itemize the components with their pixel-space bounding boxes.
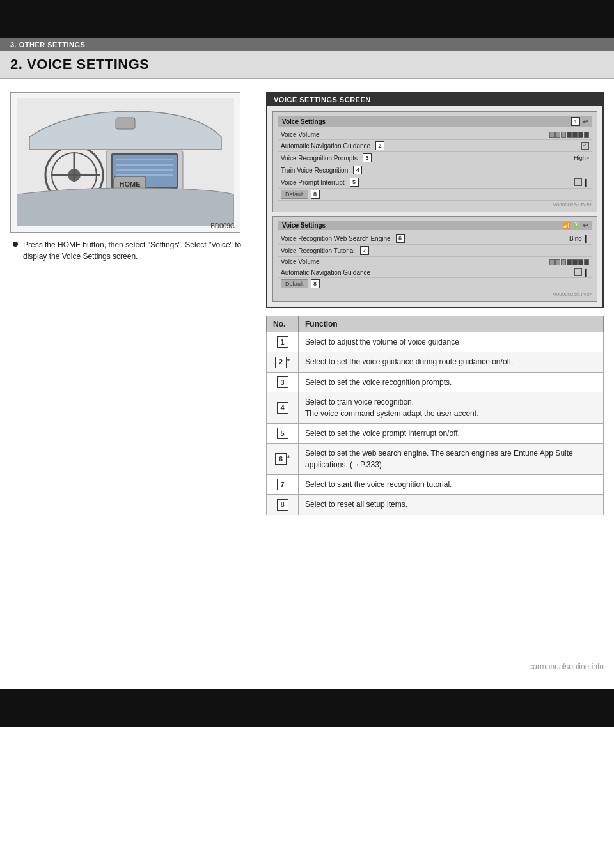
page-title-bar: 2. VOICE SETTINGS [0,51,614,79]
badge-no-3: 3 [277,376,288,388]
screen1-row-voice-volume: Voice Volume [278,130,592,140]
vol-bar-2 [549,259,589,265]
function-text-4: Select to train voice recognition.The vo… [299,392,604,423]
table-row: 4 Select to train voice recognition.The … [267,392,604,423]
bullet-item-1: Press the HOME button, then select "Sett… [13,239,251,262]
badge-6: 6 [396,234,405,243]
screen2-row-tutorial: Voice Recognition Tutorial 7 [278,245,592,257]
function-text-8: Select to reset all setup items. [299,495,604,515]
badge-2: 2 [375,141,384,150]
image-label: BD009C [210,222,235,229]
bottom-spacer [0,528,614,656]
screens-container: Voice Settings 1 ↩ Voice Volume [267,106,602,307]
table-row: 8 Select to reset all setup items. [267,495,604,515]
screen1-row-voice-rec-prompts: Voice Recognition Prompts 3 High> [278,152,592,164]
section-header: 3. OTHER SETTINGS [0,38,614,51]
vol-bar-1 [549,132,589,138]
function-text-1: Select to adjust the volume of voice gui… [299,332,604,352]
right-column: VOICE SETTINGS SCREEN Voice Settings 1 ↩… [266,92,604,515]
checkbox-auto-nav [581,142,589,150]
svg-rect-18 [116,118,135,129]
badge-1: 1 [571,117,580,126]
screen2-row-voice-volume: Voice Volume [278,257,592,267]
screen1-default-row: Default 8 [278,189,592,201]
screen1-watermark: V0000025c.TV5* [278,202,592,208]
badge-3: 3 [363,153,372,162]
page-title: 2. VOICE SETTINGS [10,56,604,73]
table-row: 2* Select to set the voice guidance duri… [267,352,604,372]
screen2-watermark: V0000025c.TV5* [278,291,592,297]
bullet-text-1: Press the HOME button, then select "Sett… [23,239,251,262]
mock-screen-2-header: Voice Settings 📶 🔋 ↩ [278,221,592,230]
col-function: Function [299,316,604,332]
table-row: 1 Select to adjust the volume of voice g… [267,332,604,352]
function-text-7: Select to start the voice recognition tu… [299,475,604,495]
table-row: 6* Select to set the web search engine. … [267,444,604,475]
badge-no-7: 7 [277,479,288,490]
badge-8a: 8 [311,190,320,199]
screen1-row-auto-nav: Automatic Navigation Guidance 2 [278,140,592,152]
badge-no-1: 1 [277,336,288,348]
table-row: 5 Select to set the voice prompt interru… [267,423,604,443]
badge-4: 4 [353,166,362,174]
car-image-box: APPS HOME BD009C [10,92,240,233]
screen1-row-train-voice: Train Voice Recognition 4 [278,164,592,176]
badge-5: 5 [350,178,359,187]
function-text-3: Select to set the voice recognition prom… [299,372,604,392]
footer: carmanualsonline.info [0,656,614,676]
top-bar [0,0,614,38]
badge-no-6: 6* [275,453,290,465]
badge-7: 7 [360,246,369,255]
screen2-default-btn[interactable]: Default [281,279,308,288]
badge-no-4: 4 [277,402,288,414]
col-no: No. [267,316,299,332]
checkbox-auto-nav-2 [574,268,582,276]
function-text-5: Select to set the voice prompt interrupt… [299,423,604,443]
mock-screen-1: Voice Settings 1 ↩ Voice Volume [272,111,597,212]
bullet-dot [13,242,18,247]
voice-settings-screen-title: VOICE SETTINGS SCREEN [267,93,602,106]
screen1-row-voice-prompt: Voice Prompt Interrupt 5 ▌ [278,176,592,189]
function-text-6: Select to set the web search engine. The… [299,444,604,475]
main-content: APPS HOME BD009C Press the HO [0,79,614,528]
screen1-title: Voice Settings [282,118,326,125]
badge-8b: 8 [311,279,320,288]
screen1-default-btn[interactable]: Default [281,190,308,199]
mock-screen-2: Voice Settings 📶 🔋 ↩ Voice Recognition W… [272,216,597,302]
table-row: 3 Select to set the voice recognition pr… [267,372,604,392]
bullet-section: Press the HOME button, then select "Sett… [10,239,253,262]
screen2-title: Voice Settings [282,222,326,229]
badge-no-2: 2* [275,357,290,368]
screen2-row-auto-nav: Automatic Navigation Guidance ▌ [278,267,592,278]
table-row: 7 Select to start the voice recognition … [267,475,604,495]
badge-no-8: 8 [277,499,288,511]
voice-settings-screen-box: VOICE SETTINGS SCREEN Voice Settings 1 ↩… [266,92,604,308]
bottom-bar [0,689,614,727]
footer-site: carmanualsonline.info [529,662,604,671]
mock-screen-1-header: Voice Settings 1 ↩ [278,116,592,127]
badge-no-5: 5 [277,428,288,439]
screen2-default-row: Default 8 [278,278,592,290]
function-text-2: Select to set the voice guidance during … [299,352,604,372]
screen2-row-web-search: Voice Recognition Web Search Engine 6 Bi… [278,233,592,245]
svg-text:HOME: HOME [120,180,141,188]
left-column: APPS HOME BD009C Press the HO [10,92,253,515]
car-illustration: APPS HOME [17,98,234,226]
checkbox-voice-prompt [574,178,582,186]
function-table: No. Function 1 Select to adjust the volu… [266,316,604,515]
